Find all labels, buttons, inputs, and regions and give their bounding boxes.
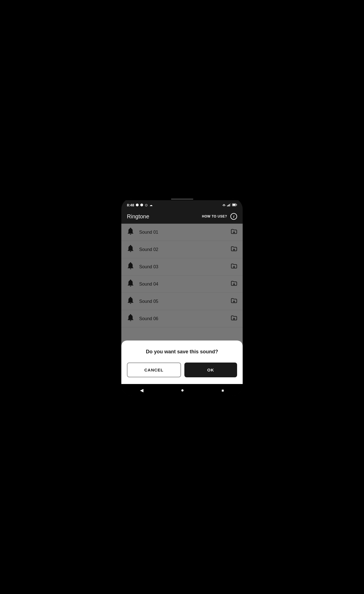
battery-icon [232, 202, 237, 207]
sync-icon: ⊙ [145, 203, 148, 207]
app-header: Ringtone HOW TO USE? i [121, 209, 243, 224]
svg-rect-4 [230, 203, 231, 206]
back-button[interactable]: ◀ [140, 388, 143, 393]
svg-rect-6 [237, 204, 237, 206]
phone-frame: 8:48 ⊙ ☁ [121, 198, 243, 396]
svg-rect-7 [233, 204, 236, 206]
wifi-icon [222, 202, 226, 207]
svg-rect-3 [229, 204, 230, 206]
notch-bar [171, 199, 193, 200]
status-left: 8:48 ⊙ ☁ [127, 203, 153, 207]
info-icon[interactable]: i [230, 213, 237, 220]
dialog-overlay: Do you want save this sound? CANCEL OK [121, 224, 243, 384]
circle-icon-1 [136, 204, 139, 206]
svg-point-0 [224, 206, 224, 206]
dialog-title: Do you want save this sound? [127, 349, 237, 355]
circle-icon-2 [140, 204, 143, 206]
header-right: HOW TO USE? i [202, 213, 237, 220]
status-time: 8:48 [127, 203, 134, 207]
svg-rect-2 [228, 205, 229, 207]
home-button[interactable]: ● [181, 387, 184, 393]
recent-button[interactable]: ■ [221, 388, 224, 393]
status-right [222, 202, 237, 207]
top-notch [121, 198, 243, 200]
cloud-icon: ☁ [150, 203, 153, 207]
how-to-use-label[interactable]: HOW TO USE? [202, 214, 227, 218]
dialog-buttons: CANCEL OK [127, 363, 237, 377]
cancel-button[interactable]: CANCEL [127, 363, 181, 377]
sound-list-container: Sound 01 Sound 02 [121, 224, 243, 384]
ok-button[interactable]: OK [184, 363, 237, 377]
svg-rect-1 [227, 206, 228, 206]
app-title: Ringtone [127, 213, 149, 220]
signal-icon [227, 202, 231, 207]
dialog: Do you want save this sound? CANCEL OK [121, 341, 243, 384]
status-bar: 8:48 ⊙ ☁ [121, 200, 243, 209]
nav-bar: ◀ ● ■ [121, 384, 243, 396]
